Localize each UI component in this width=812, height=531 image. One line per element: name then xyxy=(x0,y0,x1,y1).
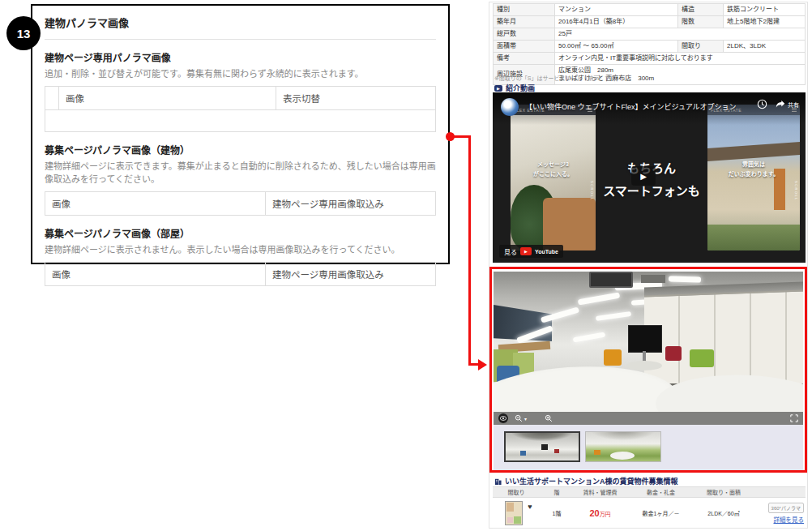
panorama-thumbnail[interactable] xyxy=(585,431,661,462)
detail-value: オンライン内見・IT重要事項説明に対応しております xyxy=(555,53,806,65)
ceiling-light xyxy=(596,311,631,321)
ceiling-light xyxy=(578,293,620,306)
floorplan-room xyxy=(514,516,521,524)
zoom-in-control[interactable] xyxy=(545,414,553,422)
detail-value: 鉄筋コンクリート xyxy=(724,4,806,16)
rent-value: 20 xyxy=(589,508,599,518)
section-listing-panorama-building: 募集ページパノラマ画像（建物） 建物詳細ページに表示できます。募集が止まると自動… xyxy=(45,143,436,216)
detail-value: 2016年4月1日（築8年） xyxy=(555,16,678,28)
listing-section-header: いい生活サポートマンションA棟の賃貸物件募集情報 xyxy=(494,476,678,486)
detail-label: 階数 xyxy=(678,16,724,28)
caption-line: がここに入る。 xyxy=(511,169,596,178)
annotation-dot xyxy=(446,132,455,141)
toggle-column-header: 表示切替 xyxy=(276,87,436,110)
drag-handle-column-header xyxy=(45,87,59,110)
column-header: 賃料・管理費 xyxy=(574,488,626,496)
property-page-preview: 種別 マンション 構造 鉄筋コンクリート 築年月 2016年4月1日（築8年） … xyxy=(489,2,808,529)
empty-table-body xyxy=(45,110,436,132)
favorite-heart-icon[interactable]: ♥ xyxy=(528,503,532,511)
sofa-decoration xyxy=(543,198,596,251)
detail-value: 50.00㎡ ～ 65.00㎡ xyxy=(555,41,678,53)
zoom-out-icon xyxy=(515,414,523,422)
listing-section-title: いい生活サポートマンションA棟の賃貸物件募集情報 xyxy=(505,476,678,486)
video-camera-icon: ▶ xyxy=(494,85,502,92)
import-column-header: 建物ページ専用画像取込み xyxy=(266,192,436,216)
youtube-watch-pill[interactable]: 見る ▶ YouTube xyxy=(499,245,563,258)
panorama-thumbnail-strip xyxy=(494,425,803,470)
youtube-logo-icon: ▶ xyxy=(520,247,532,255)
detail-label: 総戸数 xyxy=(494,28,555,41)
fullscreen-icon[interactable] xyxy=(790,414,798,422)
column-header: 階 xyxy=(540,488,574,496)
detail-label: 種別 xyxy=(494,4,555,16)
ceiling-light xyxy=(541,307,579,323)
roof-decoration xyxy=(707,142,800,161)
video-title[interactable]: 【いい物件One ウェブサイトFlex】メインビジュアルオプション xyxy=(525,101,736,112)
panorama-highlight-box: ▾ xyxy=(489,267,807,473)
share-label: 共有 xyxy=(788,101,799,109)
rent-cell: 20万円 xyxy=(574,508,626,518)
detail-label: 間取り xyxy=(678,41,724,53)
detail-value: 25戸 xyxy=(555,28,806,41)
panorama-thumbnail-selected[interactable] xyxy=(504,431,580,462)
thumb-detail xyxy=(594,450,600,455)
panorama-viewer[interactable] xyxy=(494,272,803,412)
caption-line: 雰囲気は xyxy=(707,160,800,169)
detail-value: マンション xyxy=(555,4,678,16)
side-table-decoration xyxy=(626,361,662,370)
channel-avatar[interactable] xyxy=(501,98,519,116)
watch-later-clock-icon[interactable] xyxy=(757,99,767,109)
eye-icon[interactable] xyxy=(498,413,508,423)
panorama-table-3: 画像 建物ページ専用画像取込み xyxy=(45,262,436,286)
import-column-header: 建物ページ専用画像取込み xyxy=(266,263,436,286)
annotation-arrow-segment xyxy=(468,135,471,366)
chair-decoration xyxy=(690,349,714,367)
thumb-detail xyxy=(541,444,548,450)
thumb-detail xyxy=(520,451,526,456)
layout-area-cell: 2LDK／60㎡ xyxy=(695,509,752,517)
play-button[interactable]: ▶ xyxy=(631,166,656,186)
play-icon: ▶ xyxy=(640,172,647,181)
annotation-arrowhead-icon xyxy=(478,359,487,370)
listing-header-row: 間取り 階 賃料・管理費 敷金・礼金 間取り・面積 xyxy=(493,486,806,498)
chair-decoration xyxy=(604,349,622,366)
step-badge: 13 xyxy=(6,16,41,50)
detail-label: 築年月 xyxy=(494,16,555,28)
share-arrow-icon xyxy=(776,100,785,109)
floorplan-room xyxy=(506,503,514,512)
panorama-badge: 360°パノラマ xyxy=(768,503,804,513)
detail-link[interactable]: 詳細を見る xyxy=(774,515,805,524)
section-building-page-panorama: 建物ページ専用パノラマ画像 追加・削除・並び替えが可能です。募集有無に関わらず永… xyxy=(45,50,436,132)
detail-label: 面積帯 xyxy=(494,41,555,53)
thumb-detail xyxy=(610,452,635,460)
detail-value: 地上5階地下2階建 xyxy=(724,16,806,28)
share-button[interactable]: 共有 xyxy=(776,100,799,109)
section-heading: 募集ページパノラマ画像（部屋） xyxy=(45,226,436,240)
watch-label: 見る xyxy=(504,247,517,256)
image-column-header: 画像 xyxy=(59,87,276,110)
zoom-out-control[interactable]: ▾ xyxy=(515,414,527,422)
building-icon xyxy=(494,477,502,485)
panorama-admin-panel: 建物パノラマ画像 建物ページ専用パノラマ画像 追加・削除・並び替えが可能です。募… xyxy=(31,4,450,264)
phone-mockup-exterior: FLEX ESTATE 雰囲気は だいぶ変わります。 SCROLL xyxy=(707,105,800,251)
ac-vent-decoration xyxy=(641,275,665,283)
youtube-wordmark: YouTube xyxy=(535,249,558,255)
detail-label: 構造 xyxy=(678,4,724,16)
layout-note: ※間取りの「S」はサービスルーム（納戸）です。 xyxy=(494,74,622,82)
phone-mockup-interior: FLEX ESTATE メッセージ3 がここに入る。 SCROLL xyxy=(511,105,596,251)
column-header: 敷金・礼金 xyxy=(626,488,695,496)
column-header: 間取り xyxy=(493,488,540,496)
phone-caption: 雰囲気は だいぶ変わります。 xyxy=(707,160,800,178)
panorama-table-2: 画像 建物ページ専用画像取込み xyxy=(45,191,436,216)
rent-unit: 万円 xyxy=(600,512,611,517)
panorama-control-bar: ▾ xyxy=(494,412,803,425)
ceiling-light xyxy=(669,276,701,282)
floorplan-thumbnail[interactable] xyxy=(505,501,523,525)
section-heading: 建物ページ専用パノラマ画像 xyxy=(45,50,436,64)
ceiling-light xyxy=(573,332,605,343)
section-listing-panorama-room: 募集ページパノラマ画像（部屋） 建物詳細ページに表示されません。表示したい場合は… xyxy=(45,226,436,286)
section-heading: 募集ページパノラマ画像（建物） xyxy=(45,143,436,156)
youtube-video-player[interactable]: FLEX ESTATE メッセージ3 がここに入る。 SCROLL FLEX E… xyxy=(493,92,806,263)
image-column-header: 画像 xyxy=(45,263,266,286)
ac-vent-decoration xyxy=(589,272,633,288)
